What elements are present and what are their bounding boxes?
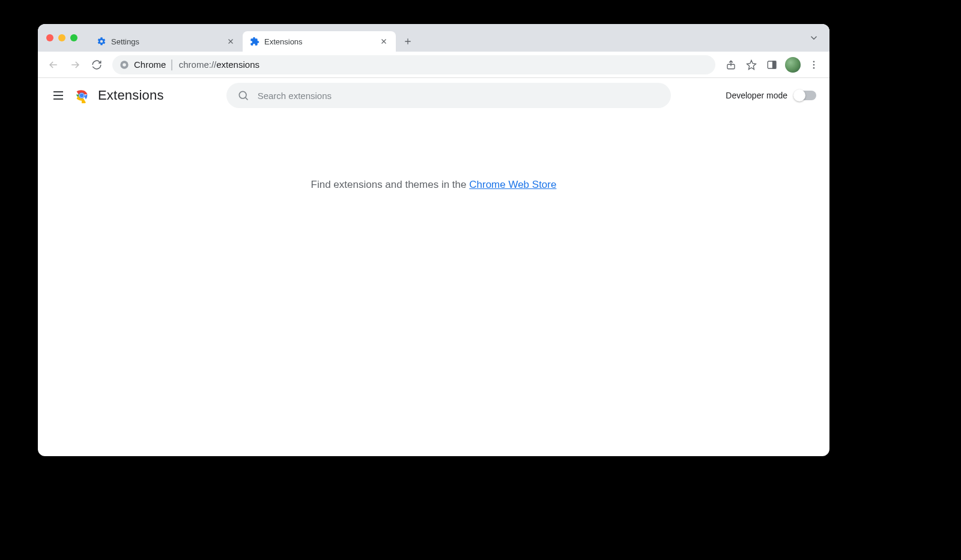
chrome-logo-icon — [74, 88, 89, 103]
search-icon — [237, 89, 249, 101]
bookmark-button[interactable] — [742, 55, 761, 74]
forward-button[interactable] — [65, 55, 85, 74]
window-minimize-button[interactable] — [58, 34, 65, 41]
menu-icon[interactable] — [51, 88, 65, 103]
empty-state-prefix: Find extensions and themes in the — [311, 179, 470, 190]
search-input[interactable] — [258, 91, 660, 101]
share-button[interactable] — [721, 55, 741, 74]
url-origin: Chrome — [134, 59, 166, 70]
menu-button[interactable] — [804, 55, 823, 74]
page-title: Extensions — [98, 88, 164, 103]
reload-button[interactable] — [87, 55, 106, 74]
window-zoom-button[interactable] — [70, 34, 77, 41]
page-header: Extensions Developer mode — [38, 78, 829, 113]
tabs-dropdown-button[interactable] — [805, 29, 822, 46]
svg-point-1 — [123, 63, 126, 67]
url-path: extensions — [216, 59, 259, 70]
url-protocol: chrome:// — [179, 59, 217, 70]
tab-settings[interactable]: Settings — [89, 31, 243, 52]
toolbar-actions — [721, 55, 823, 74]
close-tab-button[interactable] — [226, 37, 235, 46]
extensions-search[interactable] — [226, 83, 671, 108]
developer-mode-toggle[interactable] — [795, 91, 816, 100]
chrome-web-store-link[interactable]: Chrome Web Store — [469, 179, 556, 190]
sidepanel-button[interactable] — [762, 55, 781, 74]
svg-point-12 — [239, 91, 246, 98]
developer-mode-row: Developer mode — [726, 91, 816, 100]
window-controls — [46, 24, 89, 52]
page-content: Find extensions and themes in the Chrome… — [38, 113, 829, 191]
close-tab-button[interactable] — [379, 37, 389, 46]
developer-mode-label: Developer mode — [726, 91, 787, 100]
new-tab-button[interactable] — [399, 33, 416, 50]
profile-avatar[interactable] — [785, 57, 801, 73]
svg-point-6 — [813, 64, 815, 65]
tab-extensions[interactable]: Extensions — [243, 31, 396, 52]
url-display: Chrome │ chrome://extensions — [134, 59, 259, 70]
toolbar: Chrome │ chrome://extensions — [38, 52, 829, 78]
tab-label: Settings — [111, 37, 221, 46]
window-close-button[interactable] — [46, 34, 53, 41]
address-bar[interactable]: Chrome │ chrome://extensions — [112, 55, 715, 74]
svg-point-7 — [813, 67, 815, 68]
url-separator: │ — [169, 59, 175, 70]
extension-icon — [250, 37, 259, 46]
svg-point-5 — [813, 61, 815, 62]
svg-rect-4 — [773, 61, 776, 68]
tab-label: Extensions — [264, 37, 374, 46]
back-button[interactable] — [44, 55, 63, 74]
empty-state-message: Find extensions and themes in the Chrome… — [38, 179, 829, 191]
chrome-site-icon — [120, 60, 129, 70]
svg-point-11 — [80, 94, 84, 98]
tab-strip: Settings Extensions — [38, 24, 829, 52]
gear-icon — [97, 37, 106, 46]
browser-window: Settings Extensions — [38, 24, 829, 456]
